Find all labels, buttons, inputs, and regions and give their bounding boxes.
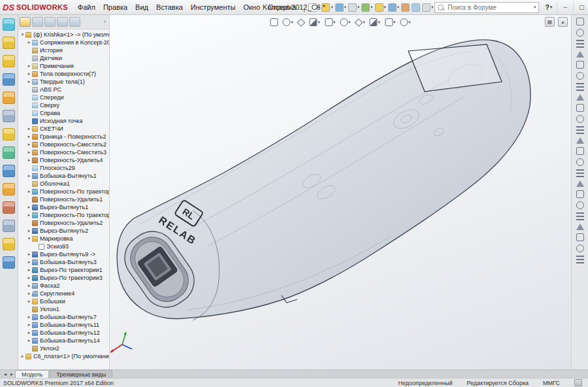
- hidden-lines-icon[interactable]: [576, 115, 584, 123]
- tree-item[interactable]: ▸Сопряжения в Koncept-2012_: [18, 39, 109, 46]
- expand-arrow-icon[interactable]: ▸: [26, 275, 32, 280]
- tree-item[interactable]: Спереди: [18, 93, 109, 101]
- tree-item[interactable]: Датчики: [18, 54, 109, 62]
- mate-icon[interactable]: [3, 256, 15, 269]
- swept-boss-icon[interactable]: [3, 146, 15, 159]
- appearance-icon[interactable]: [576, 256, 584, 263]
- expand-arrow-icon[interactable]: ▸: [26, 299, 32, 304]
- featuremanager-tab-icon[interactable]: [20, 17, 31, 27]
- propertymanager-tab-icon[interactable]: [32, 17, 43, 27]
- expand-arrow-icon[interactable]: ▸: [26, 205, 32, 210]
- expand-arrow-icon[interactable]: ▸: [20, 354, 25, 359]
- expand-arrow-icon[interactable]: ▸: [26, 314, 32, 320]
- expand-arrow-icon[interactable]: ▸: [26, 142, 32, 147]
- file-properties-icon[interactable]: [411, 1, 421, 13]
- previous-view-icon[interactable]: [297, 16, 306, 28]
- dropdown-caret-icon[interactable]: ▾: [393, 20, 395, 25]
- expand-arrow-icon[interactable]: ▸: [26, 71, 32, 76]
- extruded-cut-icon[interactable]: [3, 165, 15, 177]
- maximize-button[interactable]: ▢: [573, 1, 588, 14]
- select-icon[interactable]: [3, 18, 15, 31]
- tree-item[interactable]: Оболочка1: [18, 180, 109, 188]
- revolved-boss-icon[interactable]: [3, 128, 15, 141]
- menu-item[interactable]: Правка: [99, 2, 131, 12]
- cut-extrude-icon[interactable]: [576, 244, 584, 252]
- dropdown-caret-icon[interactable]: ▾: [318, 20, 320, 25]
- extruded-boss-icon[interactable]: [3, 110, 15, 122]
- top-view-icon[interactable]: [576, 83, 584, 91]
- dropdown-caret-icon[interactable]: ▾: [384, 5, 386, 10]
- tree-item[interactable]: ▸Поверхность-Сместить3: [18, 148, 109, 156]
- tree-item[interactable]: ▸Граница - Поверхность2: [18, 133, 109, 141]
- redo-icon[interactable]: ▾: [374, 1, 387, 13]
- expand-arrow-icon[interactable]: ▸: [26, 252, 32, 257]
- tree-item[interactable]: Поверхность-Удалить2: [18, 219, 109, 227]
- tree-item[interactable]: Справа: [18, 109, 109, 117]
- measure-icon[interactable]: [576, 158, 584, 166]
- tree-item[interactable]: ▸Вырез-Вытянуть2: [18, 227, 109, 235]
- expand-arrow-icon[interactable]: ▸: [26, 291, 32, 296]
- expand-arrow-icon[interactable]: ▸: [26, 228, 32, 233]
- tree-item[interactable]: ▸Бобышка-Вытянуть14: [18, 337, 109, 345]
- tree-item[interactable]: ▸Бобышка-Вытянуть12: [18, 329, 109, 337]
- tree-item[interactable]: Уклон2: [18, 345, 109, 352]
- reference-axis-icon[interactable]: [576, 190, 584, 198]
- menu-item[interactable]: Вставка: [152, 2, 187, 12]
- tree-item[interactable]: ▾Маркировка: [18, 235, 109, 243]
- tree-item[interactable]: ▸Бобышка-Вытянуть11: [18, 321, 109, 329]
- tree-item[interactable]: ▸Бобышка-Вытянуть3: [18, 258, 109, 266]
- feature-tree[interactable]: ▾(ф) Krishka<1> -> (По умолчани▸Сопряжен…: [18, 29, 109, 370]
- expand-arrow-icon[interactable]: ▸: [26, 212, 32, 218]
- expand-arrow-icon[interactable]: ▸: [26, 63, 32, 69]
- section-view-icon[interactable]: ▾: [308, 16, 321, 28]
- zoom-fit-icon[interactable]: [269, 16, 279, 28]
- sketch-icon[interactable]: [3, 37, 15, 49]
- dropdown-caret-icon[interactable]: ▾: [408, 20, 410, 25]
- tree-item[interactable]: ▸Вырез-По траектории3: [18, 274, 109, 282]
- reference-plane-icon[interactable]: [576, 180, 584, 187]
- expand-arrow-icon[interactable]: ▸: [26, 134, 32, 139]
- dropdown-caret-icon[interactable]: ▾: [357, 5, 359, 10]
- expand-arrow-icon[interactable]: ▸: [26, 79, 32, 84]
- linear-pattern-icon[interactable]: [3, 201, 15, 214]
- dropdown-caret-icon[interactable]: ▾: [344, 5, 346, 10]
- shaded-edges-icon[interactable]: [576, 126, 584, 134]
- shaded-icon[interactable]: [576, 137, 584, 144]
- expand-arrow-icon[interactable]: ▸: [26, 150, 32, 155]
- dropdown-caret-icon[interactable]: ▾: [331, 5, 333, 10]
- tree-item[interactable]: ▸Поверхность-Сместить2: [18, 141, 109, 148]
- undo-icon[interactable]: ▾: [361, 1, 373, 13]
- dimxpertmanager-tab-icon[interactable]: [57, 17, 68, 27]
- tree-item[interactable]: ▸Твердые тела(1): [18, 78, 109, 86]
- tree-item[interactable]: ▸Вырез-Вытянуть9 ->: [18, 250, 109, 258]
- tree-item[interactable]: ▸Вырез-По траектории1: [18, 266, 109, 274]
- tree-item[interactable]: ▾(ф) Krishka<1> -> (По умолчани: [18, 31, 109, 39]
- wireframe-icon[interactable]: [576, 104, 584, 112]
- tree-item[interactable]: ▸C6_плата<1> (По умолчанию<C: [18, 352, 109, 360]
- tree-item[interactable]: ▸Поверхность-По траектории: [18, 188, 109, 195]
- tree-item[interactable]: ▸Поверхность-По траектории: [18, 211, 109, 219]
- menu-item[interactable]: Инструменты: [187, 2, 240, 12]
- dropdown-caret-icon[interactable]: ▾: [291, 20, 293, 25]
- select-icon[interactable]: ▾: [387, 1, 400, 13]
- tree-item[interactable]: ▸Тела поверхности(7): [18, 70, 109, 78]
- expand-arrow-icon[interactable]: ▸: [26, 126, 32, 131]
- expand-arrow-icon[interactable]: ▸: [26, 330, 32, 335]
- zoom-area-icon[interactable]: ▾: [281, 16, 294, 28]
- search-caret-icon[interactable]: ▾: [534, 5, 536, 10]
- tree-item[interactable]: ▸Примечания: [18, 62, 109, 70]
- dropdown-caret-icon[interactable]: ▾: [431, 5, 433, 10]
- apply-scene-icon[interactable]: ▾: [384, 16, 397, 28]
- menu-item[interactable]: Файл: [74, 2, 99, 12]
- dropdown-caret-icon[interactable]: ▾: [348, 20, 350, 25]
- edit-appearance-icon[interactable]: ▾: [368, 16, 382, 28]
- expand-arrow-icon[interactable]: ▾: [26, 236, 32, 241]
- surface-icon[interactable]: [576, 224, 584, 230]
- displaymanager-tab-icon[interactable]: [69, 17, 80, 27]
- tree-item[interactable]: Уклон1: [18, 305, 109, 313]
- tree-item[interactable]: ▸Поверхность-Удалить4: [18, 156, 109, 164]
- tree-item[interactable]: ▸Бобышка-Вытянуть1: [18, 172, 109, 180]
- expand-arrow-icon[interactable]: ▸: [26, 158, 32, 163]
- isometric-view-icon[interactable]: [576, 94, 584, 101]
- tree-item[interactable]: ▸Скругление4: [18, 290, 109, 297]
